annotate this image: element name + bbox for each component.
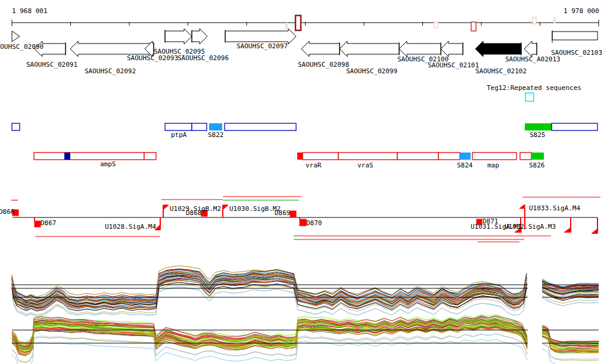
feature-label-amps: ampS	[100, 161, 116, 167]
ruler-start-coordinate: 1 968 001	[12, 8, 48, 14]
repeat-track-title: Teg12:Repeated sequences	[487, 85, 581, 91]
gene-label-saouhsc-02091: SAOUHSC_02091	[26, 61, 77, 68]
gene-label-saouhsc-02102: SAOUHSC_02102	[475, 68, 527, 74]
feature-label-ptpa: ptpA	[171, 132, 187, 138]
feature-label-s825: S825	[530, 132, 546, 138]
site-label-d870: D870	[306, 220, 322, 226]
feature-label-s824: S824	[457, 162, 473, 169]
gene-label-saouhsc-02099: SAOUHSC_02099	[346, 68, 397, 74]
labels-layer: 1 968 001 1 978 000 Teg12:Repeated seque…	[0, 0, 610, 364]
gene-label-saouhsc-02090: SAOUHSC_02090	[0, 43, 43, 50]
site-label-d867: D867	[41, 220, 57, 226]
feature-label-vras: vraS	[357, 162, 374, 169]
ruler-end-coordinate: 1 978 000	[564, 8, 599, 14]
gene-label-saouhsc-02093: SAOUHSC_02093	[127, 55, 178, 61]
gene-label-saouhsc-02097: SAOUHSC_02097	[236, 43, 288, 49]
site-label-d868: D868	[186, 210, 202, 216]
gene-label-saouhsc-02098: SAOUHSC_02098	[298, 61, 349, 68]
gene-label-saouhsc-02092: SAOUHSC_02092	[85, 68, 136, 74]
gene-label-saouhsc-02101: SAOUHSC_02101	[428, 62, 479, 69]
feature-label-vrar: vraR	[306, 162, 322, 169]
feature-label-s822: S822	[208, 132, 224, 138]
site-label-u1030-sigb-m2: U1030.SigB.M2	[229, 206, 281, 212]
site-label-u1032-siga-m3: U1032.SigA.M3	[505, 223, 556, 230]
site-label-d866: D866	[0, 209, 15, 215]
feature-label-map: map	[487, 162, 499, 169]
feature-label-s826: S826	[529, 162, 545, 169]
site-label-d869: D869	[275, 210, 291, 216]
site-label-u1028-siga-m4: U1028.SigA.M4	[105, 223, 156, 230]
gene-label-saouhsc-02096: SAOUHSC_02096	[178, 55, 229, 61]
site-label-u1033-siga-m4: U1033.SigA.M4	[529, 205, 580, 211]
gene-label-saouhsc-a02013: SAOUHSC_A02013	[505, 56, 561, 63]
gene-label-saouhsc-02103: SAOUHSC_02103	[551, 49, 602, 56]
